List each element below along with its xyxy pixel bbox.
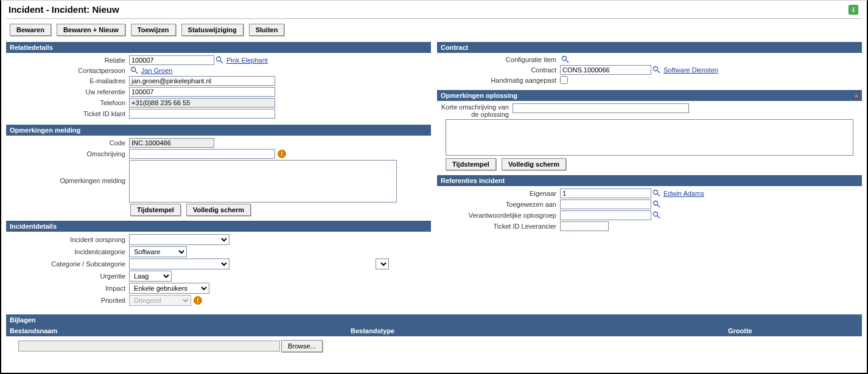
relatie-label: Relatie (9, 57, 129, 64)
svg-line-3 (135, 71, 138, 74)
eigenaar-input[interactable] (560, 189, 651, 198)
categorie-select[interactable] (129, 258, 229, 269)
korte-omschrijving-input[interactable] (513, 103, 689, 113)
sluiten-button[interactable]: Sluiten (249, 24, 285, 36)
lookup-icon[interactable] (653, 189, 661, 198)
toewijzen-button[interactable]: Toewijzen (131, 24, 176, 36)
contract-link[interactable]: Software Diensten (663, 66, 718, 74)
opmerkingen-melding-label: Opmerkingen melding (9, 160, 129, 184)
bijlagen-header: Bijlagen (6, 314, 862, 325)
collapse-icon[interactable]: ▴ (855, 91, 858, 99)
volledig-scherm-button[interactable]: Volledig scherm (186, 204, 251, 216)
email-input[interactable] (129, 76, 275, 86)
ticketid-klant-input[interactable] (129, 109, 275, 119)
code-input (129, 138, 214, 148)
svg-line-9 (657, 194, 660, 196)
verantwoordelijke-oplosgroep-input[interactable] (560, 210, 651, 220)
lookup-icon[interactable] (215, 56, 224, 64)
incidentdetails-header: Incidentdetails (6, 221, 431, 232)
contract-header: Contract (437, 42, 862, 53)
svg-line-1 (220, 61, 223, 63)
verantwoordelijke-oplosgroep-label: Verantwoordelijke oplosgroep (439, 212, 560, 219)
bewaren-nieuw-button[interactable]: Bewaren + Nieuw (57, 24, 125, 36)
tijdstempel-button[interactable]: Tijdstempel (130, 204, 181, 216)
toegewezen-aan-label: Toegewezen aan (439, 201, 560, 208)
telefoon-input (129, 98, 275, 108)
tijdstempel-button[interactable]: Tijdstempel (446, 158, 496, 170)
incidentcategorie-select[interactable]: Software (129, 246, 187, 257)
file-path-display (18, 341, 280, 351)
lookup-icon[interactable] (653, 66, 661, 74)
ticketid-leverancier-label: Ticket ID Leverancier (439, 223, 560, 230)
volledig-scherm-button[interactable]: Volledig scherm (502, 158, 566, 170)
divider (6, 18, 862, 19)
bijlagen-columns: Bestandsnaam Bestandstype Grootte (6, 325, 862, 336)
eigenaar-label: Eigenaar (439, 190, 560, 197)
bijlagen-col-bestandstype: Bestandstype (347, 325, 724, 336)
toolbar: Bewaren Bewaren + Nieuw Toewijzen Status… (6, 23, 862, 37)
svg-line-11 (657, 205, 660, 207)
info-icon[interactable]: i (849, 5, 858, 15)
bijlagen-col-grootte: Grootte (724, 325, 862, 336)
warning-icon: ! (278, 150, 286, 158)
impact-label: Impact (9, 285, 129, 292)
configuratie-item-label: Configuratie item (439, 56, 560, 63)
prioriteit-label: Prioriteit (9, 297, 129, 304)
urgentie-label: Urgentie (9, 272, 129, 280)
contract-label: Contract (439, 66, 560, 74)
opmerkingen-melding-header: Opmerkingen melding (6, 125, 431, 136)
contactpersoon-link[interactable]: Jan Groen (141, 67, 172, 74)
lookup-icon[interactable] (561, 55, 570, 64)
relatie-link[interactable]: Pink Elephant (226, 57, 268, 64)
code-label: Code (9, 139, 129, 147)
handmatig-checkbox[interactable] (560, 76, 568, 84)
svg-point-4 (562, 57, 567, 61)
subcategorie-select[interactable] (376, 258, 389, 269)
omschrijving-label: Omschrijving (9, 150, 129, 158)
incident-oorsprong-label: Incident oorsprong (9, 236, 129, 243)
handmatig-label: Handmatig aangepast (439, 77, 560, 84)
svg-point-12 (654, 212, 658, 216)
svg-line-5 (566, 60, 569, 63)
statuswijziging-button[interactable]: Statuswijziging (181, 24, 243, 36)
uwreferentie-label: Uw referentie (9, 88, 129, 95)
svg-point-10 (654, 201, 658, 206)
contactpersoon-label: Contactpersoon (9, 67, 129, 74)
svg-point-6 (654, 67, 658, 71)
browse-button[interactable]: Browse... (281, 340, 323, 352)
ticketid-leverancier-input[interactable] (560, 221, 609, 231)
oplossing-textarea[interactable] (446, 119, 853, 156)
toegewezen-aan-input[interactable] (560, 199, 651, 209)
svg-line-13 (657, 216, 660, 218)
urgentie-select[interactable]: Laag (129, 271, 172, 282)
telefoon-label: Telefoon (9, 99, 129, 106)
svg-point-0 (217, 57, 221, 61)
contract-input[interactable] (560, 65, 651, 75)
lookup-icon[interactable] (130, 66, 139, 75)
opmerkingen-melding-textarea[interactable] (129, 160, 397, 203)
bewaren-button[interactable]: Bewaren (10, 24, 51, 36)
bijlagen-col-bestandsnaam: Bestandsnaam (6, 325, 347, 336)
categorie-subcategorie-label: Categorie / Subcategorie (9, 260, 129, 268)
opmerkingen-oplossing-title: Opmerkingen oplossing (441, 92, 517, 99)
prioriteit-select: Dringend (129, 295, 191, 306)
omschrijving-input[interactable] (129, 149, 275, 159)
lookup-icon[interactable] (653, 200, 661, 209)
svg-point-2 (131, 68, 136, 72)
warning-icon: ! (194, 296, 202, 305)
eigenaar-link[interactable]: Edwin Adams (663, 190, 704, 197)
impact-select[interactable]: Enkele gebruikers (129, 283, 209, 294)
korte-omschrijving-label: Korte omschrijving vande oplossing (439, 103, 513, 118)
page-title: Incident - Incident: Nieuw (6, 3, 122, 16)
uwreferentie-input[interactable] (129, 87, 275, 97)
svg-line-7 (657, 71, 660, 73)
referenties-header: Referenties incident (437, 175, 862, 186)
ticketid-klant-label: Ticket ID klant (9, 110, 129, 117)
lookup-icon[interactable] (653, 211, 661, 220)
email-label: E-mailadres (9, 77, 129, 85)
incidentcategorie-label: Incidentcategorie (9, 248, 129, 255)
svg-point-8 (654, 190, 658, 195)
relatie-input[interactable] (129, 55, 214, 65)
incident-oorsprong-select[interactable] (129, 234, 229, 245)
relatiedetails-header: Relatiedetails (6, 42, 431, 53)
